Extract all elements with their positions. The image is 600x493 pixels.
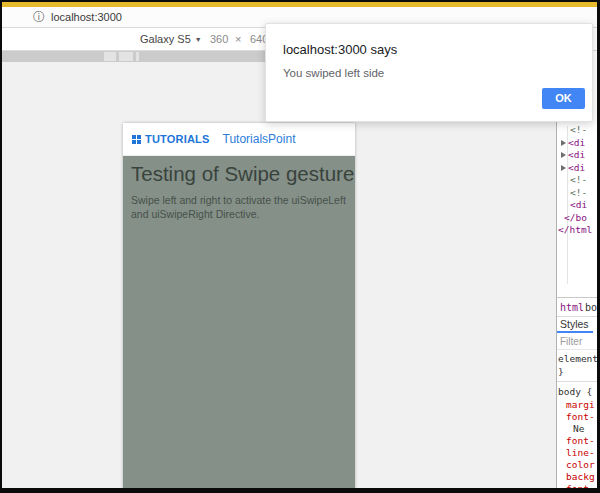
tab-styles[interactable]: Styles — [560, 318, 589, 330]
body-rule-selector[interactable]: body { — [558, 386, 592, 398]
dom-node-comment[interactable]: <!- — [557, 124, 597, 137]
url-text[interactable]: localhost:3000 — [51, 11, 122, 23]
alert-message: You swiped left side — [283, 67, 384, 79]
nav-secondary-link[interactable]: TutorialsPoint — [223, 132, 296, 146]
elements-tree: <!- <di <di <di <!- <!- <di </bo </html — [557, 124, 597, 237]
styles-filter-input[interactable]: Filter — [560, 336, 582, 347]
breadcrumb-body[interactable]: bo — [585, 298, 597, 317]
chevron-down-icon: ▼ — [195, 36, 202, 43]
dom-node-div[interactable]: <di — [557, 199, 597, 212]
styles-tab-bar: Styles — [557, 317, 597, 333]
ruler-mark — [136, 52, 139, 61]
css-property[interactable]: line- — [566, 447, 595, 459]
dom-node-comment[interactable]: <!- — [557, 174, 597, 187]
dom-node-body-close[interactable]: </bo — [557, 212, 597, 225]
expand-arrow-icon[interactable] — [561, 140, 566, 146]
browser-window: ⓘ localhost:3000 Galaxy S5▼ 360 × 640 TU… — [2, 7, 597, 488]
device-selector[interactable]: Galaxy S5▼ — [140, 33, 202, 45]
swipe-gesture-area[interactable]: Testing of Swipe gesture Swipe left and … — [123, 156, 355, 488]
element-style-rule[interactable]: element. — [558, 353, 597, 365]
page-heading: Testing of Swipe gesture — [131, 162, 347, 186]
dimension-separator: × — [235, 33, 241, 45]
expand-arrow-icon[interactable] — [561, 165, 566, 171]
breadcrumb: html bo — [557, 297, 597, 317]
element-style-close: } — [558, 366, 564, 378]
alert-title: localhost:3000 says — [283, 42, 397, 57]
page-navbar: TUTORIALS TutorialsPoint — [123, 123, 355, 156]
viewport-width-field[interactable]: 360 — [210, 33, 228, 45]
css-property[interactable]: color — [566, 459, 595, 471]
dom-node-comment[interactable]: <!- — [557, 187, 597, 200]
dom-node-div[interactable]: <di — [557, 162, 597, 175]
screenshot-frame: ⓘ localhost:3000 Galaxy S5▼ 360 × 640 TU… — [0, 0, 600, 493]
dom-node-div[interactable]: <di — [557, 149, 597, 162]
breadcrumb-html[interactable]: html — [560, 298, 584, 317]
alert-dialog: localhost:3000 says You swiped left side… — [265, 23, 593, 122]
ruler-mark — [119, 52, 133, 61]
dom-node-div[interactable]: <di — [557, 137, 597, 150]
page-info-icon[interactable]: ⓘ — [33, 11, 45, 23]
expand-arrow-icon[interactable] — [561, 152, 566, 158]
nav-brand-link[interactable]: TUTORIALS — [145, 133, 210, 145]
css-value-wrap: Ne — [573, 423, 584, 435]
styles-section-divider — [557, 381, 597, 382]
ok-button[interactable]: OK — [542, 88, 585, 109]
css-property[interactable]: margi — [566, 399, 595, 411]
grid-menu-icon[interactable] — [132, 135, 141, 144]
page-description: Swipe left and right to activate the uiS… — [131, 193, 347, 221]
css-property[interactable]: backg — [566, 471, 595, 483]
emulated-page: TUTORIALS TutorialsPoint Testing of Swip… — [123, 123, 355, 488]
dom-node-html-close[interactable]: </html — [557, 224, 597, 237]
css-property[interactable]: font- — [566, 483, 595, 488]
css-property[interactable]: font- — [566, 411, 595, 423]
ruler-mark — [104, 52, 116, 61]
css-property[interactable]: font- — [566, 435, 595, 447]
styles-filter-row: Filter — [557, 333, 597, 350]
